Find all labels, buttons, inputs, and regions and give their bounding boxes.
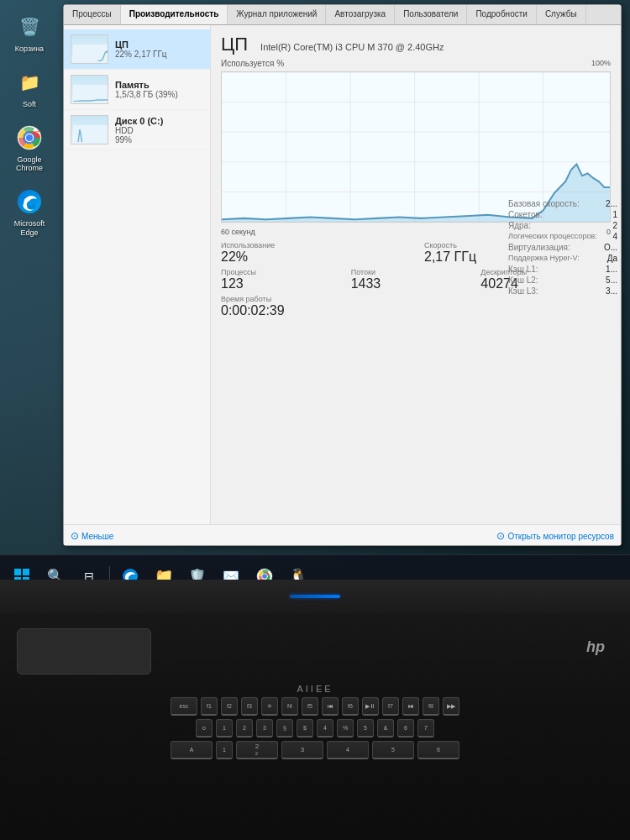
key-prev[interactable]: ⏮ bbox=[322, 697, 339, 716]
key-f1[interactable]: f1 bbox=[201, 697, 218, 716]
cpu-model: Intel(R) Core(TM) i3 CPU M 370 @ 2.40GHz bbox=[260, 42, 444, 52]
less-icon: ⊙ bbox=[71, 530, 79, 542]
key-playpause[interactable]: ▶⏸ bbox=[362, 697, 379, 716]
key-next[interactable]: ⏭ bbox=[402, 697, 419, 716]
tab-app-history[interactable]: Журнал приложений bbox=[228, 5, 326, 24]
mem-device-name: Память bbox=[115, 80, 203, 90]
key-7[interactable]: 7 bbox=[417, 719, 434, 738]
cpu-thumbnail bbox=[71, 34, 108, 64]
key-1[interactable]: 1 bbox=[216, 719, 233, 738]
cpu-device-info: ЦП 22% 2,17 ГГц bbox=[115, 39, 203, 59]
key-f3[interactable]: f3 bbox=[241, 697, 258, 716]
key-f5[interactable]: f5 bbox=[302, 697, 318, 716]
device-item-memory[interactable]: Память 1,5/3,8 ГБ (39%) bbox=[64, 70, 210, 110]
device-item-cpu[interactable]: ЦП 22% 2,17 ГГц bbox=[64, 29, 210, 70]
monitor-link[interactable]: ⊙ Открыть монитор ресурсов bbox=[496, 530, 614, 542]
hp-logo: hp bbox=[586, 638, 613, 656]
key-row-1: esc f1 f2 f3 ✳ f4 f5 ⏮ f6 ▶⏸ f7 ⏭ f8 ▶▶ bbox=[17, 697, 613, 716]
disk-device-name: Диск 0 (C:) bbox=[115, 116, 203, 126]
disk-device-info: Диск 0 (C:) HDD 99% bbox=[115, 116, 203, 144]
usage-label: Используется % bbox=[221, 59, 284, 68]
tm-content: ЦП 22% 2,17 ГГц Память 1,5/3,8 ГБ (3 bbox=[64, 25, 621, 524]
spec-virtualization: Виртуализация: О... bbox=[508, 243, 617, 252]
tab-startup[interactable]: Автозагрузка bbox=[326, 5, 395, 24]
disk-device-stat2: HDD bbox=[115, 126, 203, 135]
less-button[interactable]: ⊙ Меньше bbox=[71, 530, 113, 542]
key-6[interactable]: 6 bbox=[397, 719, 414, 738]
key-amp[interactable]: & bbox=[377, 719, 394, 738]
desktop-icons: 🗑️ Корзина 📁 Soft bbox=[0, 0, 59, 241]
soft-folder-icon[interactable]: 📁 Soft bbox=[4, 64, 55, 113]
spec-cache-l1: Кэш L1: 1... bbox=[508, 265, 617, 274]
key-row-3: A 1 22 3 4 5 6 bbox=[17, 741, 613, 759]
laptop-body: hp AIIEE esc f1 f2 f3 ✳ f4 f5 ⏮ f6 ▶⏸ f7… bbox=[0, 580, 630, 840]
device-item-disk[interactable]: Диск 0 (C:) HDD 99% bbox=[64, 110, 210, 150]
usage-stat-value: 22% bbox=[221, 249, 407, 265]
spec-cache-l2: Кэш L2: 5... bbox=[508, 276, 617, 285]
processes-stat-block: Процессы 123 bbox=[221, 268, 351, 291]
processes-value: 123 bbox=[221, 276, 351, 291]
tab-processes[interactable]: Процессы bbox=[64, 5, 121, 24]
laptop-screen-bottom bbox=[0, 580, 630, 613]
brand-label: AIIEE bbox=[17, 680, 613, 697]
key-section[interactable]: § bbox=[276, 719, 293, 738]
monitor-icon: ⊙ bbox=[496, 530, 505, 542]
key-3[interactable]: 3 bbox=[256, 719, 273, 738]
chrome-icon[interactable]: Google Chrome bbox=[4, 119, 55, 177]
svg-rect-8 bbox=[73, 85, 108, 102]
spec-base-speed: Базовая скорость: 2... bbox=[508, 199, 617, 208]
trackpad-area bbox=[17, 613, 151, 680]
device-list: ЦП 22% 2,17 ГГц Память 1,5/3,8 ГБ (3 bbox=[64, 25, 211, 524]
key-n3[interactable]: 3 bbox=[281, 741, 323, 759]
tab-performance[interactable]: Производительность bbox=[121, 5, 228, 24]
recycle-bin-label: Корзина bbox=[15, 45, 44, 54]
desktop: 🗑️ Корзина 📁 Soft bbox=[0, 0, 630, 571]
key-f8[interactable]: f8 bbox=[423, 697, 439, 716]
spec-hyperv: Поддержка Hyper-V: Да bbox=[508, 254, 617, 263]
key-n4[interactable]: 4 bbox=[327, 741, 369, 759]
uptime-block: Время работы 0:00:02:39 bbox=[221, 295, 611, 318]
key-f7[interactable]: f7 bbox=[382, 697, 399, 716]
disk-thumbnail bbox=[71, 115, 108, 144]
key-ff[interactable]: ▶▶ bbox=[443, 697, 459, 716]
key-percent[interactable]: % bbox=[337, 719, 354, 738]
tab-details[interactable]: Подробности bbox=[467, 5, 536, 24]
tab-users[interactable]: Пользователи bbox=[395, 5, 467, 24]
disk-device-stat: 99% bbox=[115, 135, 203, 144]
key-2[interactable]: 2 bbox=[236, 719, 253, 738]
key-f4[interactable]: f4 bbox=[281, 697, 298, 716]
edge-label: Microsoft Edge bbox=[8, 219, 51, 238]
mem-thumbnail bbox=[71, 75, 108, 104]
key-4[interactable]: 4 bbox=[317, 719, 333, 738]
key-f6[interactable]: f6 bbox=[342, 697, 359, 716]
spec-logical: Логических процессоров: 4 bbox=[508, 232, 617, 241]
mem-device-stat: 1,5/3,8 ГБ (39%) bbox=[115, 90, 203, 99]
threads-label: Потоки bbox=[351, 268, 481, 276]
key-n6[interactable]: 6 bbox=[417, 741, 459, 759]
mem-device-info: Память 1,5/3,8 ГБ (39%) bbox=[115, 80, 203, 99]
key-esc[interactable]: esc bbox=[171, 697, 197, 716]
key-n1[interactable]: 1 bbox=[216, 741, 233, 759]
key-o[interactable]: o bbox=[196, 719, 213, 738]
bottom-bar: ⊙ Меньше ⊙ Открыть монитор ресурсов bbox=[64, 524, 621, 545]
cpu-detail-panel: ЦП Intel(R) Core(TM) i3 CPU M 370 @ 2.40… bbox=[211, 25, 621, 524]
key-row-2: o 1 2 3 § $ 4 % 5 & 6 7 bbox=[17, 719, 613, 738]
spec-cache-l3: Кэш L3: 3... bbox=[508, 286, 617, 296]
specs-panel: Базовая скорость: 2... Сокетов: 1 Ядра: … bbox=[508, 199, 617, 297]
key-a[interactable]: A bbox=[171, 741, 213, 759]
led-indicator bbox=[290, 595, 340, 598]
key-star[interactable]: ✳ bbox=[261, 697, 278, 716]
recycle-bin-icon[interactable]: 🗑️ Корзина bbox=[4, 8, 55, 57]
cpu-title: ЦП bbox=[221, 34, 248, 55]
key-n2[interactable]: 22 bbox=[236, 741, 278, 759]
chrome-label: Google Chrome bbox=[8, 155, 51, 174]
cpu-header: ЦП Intel(R) Core(TM) i3 CPU M 370 @ 2.40… bbox=[221, 34, 611, 55]
threads-value: 1433 bbox=[351, 276, 481, 291]
key-5[interactable]: 5 bbox=[357, 719, 374, 738]
tab-services[interactable]: Службы bbox=[537, 5, 586, 24]
key-n5[interactable]: 5 bbox=[372, 741, 414, 759]
key-dollar[interactable]: $ bbox=[297, 719, 313, 738]
trackpad[interactable] bbox=[17, 628, 151, 675]
key-f2[interactable]: f2 bbox=[221, 697, 238, 716]
edge-icon[interactable]: Microsoft Edge bbox=[4, 183, 55, 241]
